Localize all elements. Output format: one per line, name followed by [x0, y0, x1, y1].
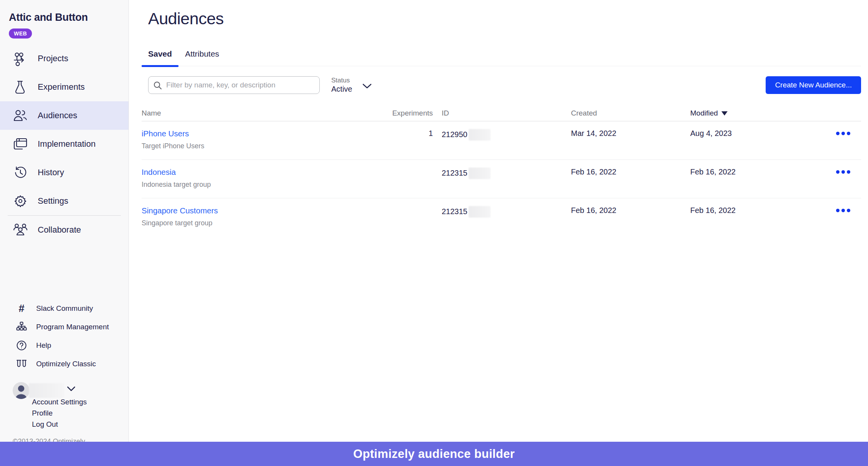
main-content: Audiences Saved Attributes Status Active — [129, 0, 868, 466]
sidebar-item-collaborate[interactable]: Collaborate — [0, 216, 129, 244]
status-dropdown[interactable]: Status Active — [331, 76, 352, 94]
project-type-badge: WEB — [9, 28, 32, 39]
audiences-table: Name Experiments ID Created Modified iPh… — [142, 109, 861, 237]
audience-id: 212315 — [433, 160, 562, 198]
sort-descending-icon — [721, 111, 728, 116]
experiments-count: 1 — [389, 121, 433, 159]
collaborate-icon — [12, 222, 29, 238]
modified-date: Feb 16, 2022 — [681, 198, 823, 237]
projects-icon — [12, 51, 29, 66]
create-new-audience-button[interactable]: Create New Audience... — [766, 76, 861, 94]
created-date: Feb 16, 2022 — [562, 160, 681, 198]
tab-saved[interactable]: Saved — [142, 49, 179, 66]
sidebar-item-help[interactable]: Help — [0, 336, 129, 355]
redacted-id-suffix — [469, 129, 491, 141]
org-chart-icon — [14, 321, 29, 333]
audience-description: Indonesia target group — [142, 181, 389, 189]
redacted-username — [29, 383, 64, 398]
filter-field-wrap — [148, 76, 320, 94]
avatar[interactable] — [13, 382, 30, 399]
filter-input[interactable] — [148, 76, 320, 94]
help-icon — [14, 340, 29, 351]
tab-attributes[interactable]: Attributes — [179, 49, 226, 66]
account-section: Account Settings Profile Log Out — [0, 382, 129, 444]
history-icon — [12, 165, 29, 180]
sidebar-item-label: Projects — [38, 54, 68, 64]
tab-bar: Saved Attributes — [142, 49, 861, 66]
table-row: Indonesia Indonesia target group 212315 … — [142, 160, 861, 198]
banner-title: Optimizely audience builder — [353, 447, 515, 461]
sidebar-item-optimizely-classic[interactable]: Optimizely Classic — [0, 355, 129, 373]
column-header-created[interactable]: Created — [562, 109, 681, 117]
audience-id: 212950 — [433, 121, 562, 159]
sidebar-item-settings[interactable]: Settings — [0, 187, 129, 215]
modified-date: Feb 16, 2022 — [681, 160, 823, 198]
sidebar-nav: Projects Experiments — [0, 44, 129, 244]
redacted-id-suffix — [469, 168, 491, 179]
sidebar-item-history[interactable]: History — [0, 158, 129, 187]
secondary-link-label: Slack Community — [36, 304, 93, 313]
column-header-experiments[interactable]: Experiments — [389, 109, 433, 117]
sidebar-item-program-management[interactable]: Program Management — [0, 318, 129, 336]
test-tubes-icon — [14, 358, 29, 370]
sidebar-item-label: History — [38, 168, 64, 178]
audience-description: Target iPhone Users — [142, 142, 389, 150]
settings-icon — [12, 193, 29, 209]
secondary-link-label: Optimizely Classic — [36, 360, 96, 368]
hashtag-icon: # — [14, 303, 29, 314]
sidebar-secondary-links: # Slack Community Program Management — [0, 299, 129, 373]
account-chevron-down-icon[interactable] — [67, 386, 76, 394]
created-date: Feb 16, 2022 — [562, 198, 681, 237]
sidebar-item-label: Audiences — [38, 111, 77, 121]
experiments-count — [389, 160, 433, 198]
sidebar-item-label: Settings — [38, 196, 68, 206]
sidebar-item-experiments[interactable]: Experiments — [0, 73, 129, 101]
sidebar-item-slack-community[interactable]: # Slack Community — [0, 299, 129, 318]
sidebar-item-implementation[interactable]: Implementation — [0, 130, 129, 158]
column-header-id[interactable]: ID — [433, 109, 562, 117]
search-icon — [153, 81, 162, 92]
implementation-icon — [12, 136, 29, 152]
sidebar-item-audiences[interactable]: Audiences — [0, 101, 129, 130]
column-header-name[interactable]: Name — [142, 109, 389, 117]
status-value: Active — [331, 84, 352, 94]
status-chevron-down-icon[interactable] — [362, 83, 372, 91]
created-date: Mar 14, 2022 — [562, 121, 681, 159]
audience-name-link[interactable]: Singapore Customers — [142, 206, 389, 215]
sidebar-item-projects[interactable]: Projects — [0, 44, 129, 73]
status-label: Status — [331, 76, 352, 84]
audience-name-link[interactable]: Indonesia — [142, 168, 389, 177]
sidebar-item-label: Experiments — [38, 82, 85, 92]
log-out-link[interactable]: Log Out — [32, 419, 87, 430]
table-header-row: Name Experiments ID Created Modified — [142, 109, 861, 121]
profile-link[interactable]: Profile — [32, 407, 87, 419]
experiments-icon — [12, 79, 29, 95]
redacted-id-suffix — [469, 206, 491, 218]
sidebar: Attic and Button WEB Projects — [0, 0, 129, 466]
experiments-count — [389, 198, 433, 237]
account-settings-link[interactable]: Account Settings — [32, 396, 87, 407]
sidebar-item-label: Implementation — [38, 139, 95, 149]
secondary-link-label: Help — [36, 341, 51, 350]
row-actions-menu-icon[interactable] — [836, 160, 850, 174]
column-header-modified[interactable]: Modified — [681, 109, 823, 117]
account-links: Account Settings Profile Log Out — [32, 396, 87, 430]
page-title: Audiences — [148, 9, 224, 28]
audiences-icon — [12, 108, 29, 123]
project-name: Attic and Button — [9, 12, 129, 23]
audience-id: 212315 — [433, 198, 562, 237]
secondary-link-label: Program Management — [36, 323, 109, 331]
table-row: iPhone Users Target iPhone Users 1 21295… — [142, 121, 861, 160]
bottom-banner: Optimizely audience builder — [0, 442, 868, 466]
sidebar-item-label: Collaborate — [38, 225, 81, 235]
row-actions-menu-icon[interactable] — [836, 121, 850, 135]
audience-description: Singapore target group — [142, 219, 389, 227]
optimizely-app: Attic and Button WEB Projects — [0, 0, 868, 466]
row-actions-menu-icon[interactable] — [836, 198, 850, 212]
modified-date: Aug 4, 2023 — [681, 121, 823, 159]
toolbar: Status Active Create New Audience... — [148, 76, 861, 94]
table-row: Singapore Customers Singapore target gro… — [142, 198, 861, 237]
audience-name-link[interactable]: iPhone Users — [142, 129, 389, 138]
